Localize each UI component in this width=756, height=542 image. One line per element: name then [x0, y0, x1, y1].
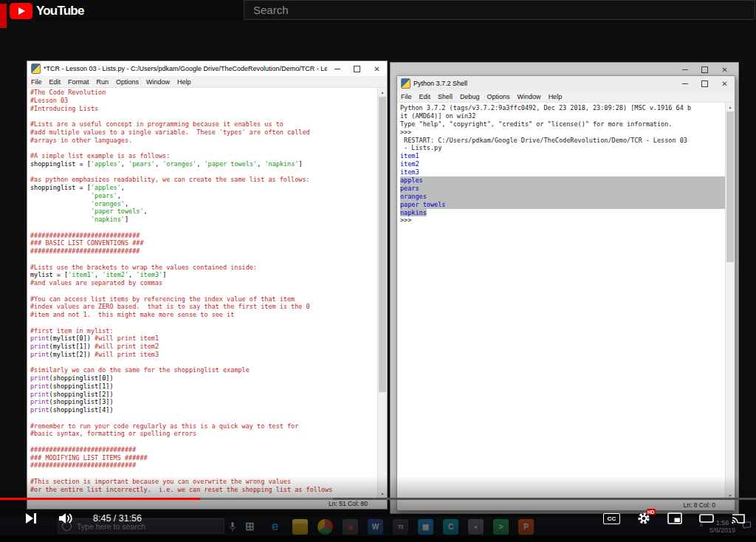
editor-code: #The Code Revolution#Lesson 03#Introduci…	[30, 89, 377, 493]
background-window-controls: ✕	[675, 64, 735, 75]
menu-item-options[interactable]: Options	[112, 78, 142, 86]
volume-button[interactable]	[58, 512, 74, 525]
scroll-up-icon[interactable]: ▲	[726, 103, 735, 111]
code-line: #index values are ZERO based. that is to…	[30, 303, 377, 311]
menu-item-options[interactable]: Options	[484, 93, 514, 100]
menu-item-run[interactable]: Run	[93, 78, 113, 86]
shell-line: paper towels	[400, 201, 725, 209]
menu-item-window[interactable]: Window	[142, 78, 173, 86]
captions-button[interactable]: CC	[603, 513, 620, 524]
menu-item-window[interactable]: Window	[514, 93, 545, 100]
shell-scrollbar[interactable]: ▲ ▼	[725, 103, 735, 499]
shell-line: - Lists.py	[400, 144, 725, 152]
menu-item-edit[interactable]: Edit	[416, 93, 435, 100]
code-line: #remember to run your code regularly as …	[30, 422, 377, 430]
settings-button[interactable]: HD	[637, 512, 650, 525]
minimize-button[interactable]	[675, 64, 695, 75]
code-line: print(shoppinglist[4])	[30, 406, 377, 414]
shell-output-lines: Python 3.7.2 (tags/v3.7.2:9a3ffc0492, De…	[400, 104, 725, 224]
code-line	[30, 112, 377, 120]
shell-line: Python 3.7.2 (tags/v3.7.2:9a3ffc0492, De…	[400, 104, 725, 112]
screenshot-root: YouTube Search ✕ *TCR - Lesson 03 - List…	[0, 0, 756, 542]
editor-text-area[interactable]: #The Code Revolution#Lesson 03#Introduci…	[27, 88, 387, 498]
code-line: #first item in mylist:	[30, 327, 377, 335]
idle-editor-window: *TCR - Lesson 03 - Lists.py - C:/Users/p…	[27, 61, 388, 510]
maximize-button[interactable]	[695, 64, 715, 75]
scroll-up-icon[interactable]: ▲	[378, 88, 387, 96]
minimize-button[interactable]	[675, 76, 695, 91]
shell-line: oranges	[400, 193, 725, 201]
progress-bar[interactable]	[0, 498, 756, 500]
menu-item-shell[interactable]: Shell	[434, 93, 456, 100]
shell-line: item1	[400, 152, 725, 160]
menu-item-file[interactable]: File	[27, 78, 46, 86]
video-player[interactable]: ✕ *TCR - Lesson 03 - Lists.py - C:/Users…	[0, 22, 756, 536]
menu-item-file[interactable]: File	[397, 93, 416, 100]
shell-line: item3	[400, 168, 725, 176]
shell-output[interactable]: Python 3.7.2 (tags/v3.7.2:9a3ffc0492, De…	[397, 103, 735, 499]
code-line: 'paper towels',	[30, 207, 377, 216]
youtube-header: YouTube Search	[0, 0, 756, 22]
miniplayer-button[interactable]	[667, 512, 682, 524]
youtube-logo[interactable]: YouTube	[10, 2, 84, 20]
code-line: #This section is important because you c…	[30, 478, 377, 486]
search-input[interactable]: Search	[244, 0, 755, 20]
menu-item-debug[interactable]: Debug	[456, 93, 484, 100]
close-button[interactable]: ✕	[715, 64, 735, 75]
next-button[interactable]	[24, 512, 38, 525]
maximize-button[interactable]	[347, 61, 367, 76]
red-accent-strip	[0, 4, 7, 28]
editor-scrollbar[interactable]: ▲ ▼	[377, 88, 387, 498]
shell-line: item2	[400, 160, 725, 168]
player-right-controls: CC HD	[603, 512, 746, 525]
code-line: print(shoppinglist[3])	[30, 398, 377, 406]
code-line	[30, 359, 377, 367]
code-line: #as python emphasizes readability, we ca…	[30, 176, 377, 184]
menu-item-help[interactable]: Help	[545, 93, 566, 100]
code-line: #item and not 1. this might make more se…	[30, 311, 377, 319]
code-line	[30, 144, 377, 152]
player-controls: 8:45 / 31:56 CC HD	[0, 507, 756, 530]
minimize-button[interactable]	[327, 61, 347, 76]
shell-line: >>>	[400, 216, 725, 224]
shell-line: >>>	[400, 128, 725, 137]
menu-item-help[interactable]: Help	[173, 78, 195, 86]
shell-titlebar[interactable]: Python 3.7.2 Shell ✕	[397, 76, 735, 91]
theater-mode-button[interactable]	[699, 512, 714, 524]
code-line	[30, 414, 377, 422]
menu-item-edit[interactable]: Edit	[46, 78, 65, 86]
code-line	[30, 287, 377, 295]
code-line: ############################	[30, 446, 377, 454]
close-button[interactable]: ✕	[367, 61, 387, 76]
scroll-down-icon[interactable]: ▼	[378, 490, 387, 498]
code-line: #similarly we can do the same for the sh…	[30, 366, 377, 374]
code-line	[30, 319, 377, 327]
maximize-icon	[701, 80, 708, 87]
shell-window-title: Python 3.7.2 Shell	[413, 80, 675, 87]
editor-titlebar[interactable]: *TCR - Lesson 03 - Lists.py - C:/Users/p…	[27, 61, 387, 76]
shell-line: apples	[400, 176, 725, 185]
shell-window-controls: ✕	[675, 76, 735, 91]
code-line: #You can access list items by referencin…	[30, 295, 377, 303]
code-line: print(mylist[1]) #will print item2	[30, 343, 377, 351]
maximize-icon	[701, 66, 708, 73]
code-line: print(shoppinglist[0])	[30, 374, 377, 383]
menu-item-format[interactable]: Format	[64, 78, 93, 86]
cast-button[interactable]	[731, 512, 746, 524]
shell-line: it (AMD64)] on win32	[400, 112, 725, 120]
shell-line: Type "help", "copyright", "credits" or "…	[400, 120, 725, 128]
scrollbar-thumb[interactable]	[379, 97, 386, 392]
code-line	[30, 255, 377, 264]
maximize-button[interactable]	[695, 76, 715, 91]
shell-line: pears	[400, 185, 725, 193]
code-line: ### MODIFYING LIST ITEMS ######	[30, 454, 377, 462]
code-line: #Lists are a useful concept in programmi…	[30, 120, 377, 128]
code-line: #Lesson 03	[30, 97, 377, 105]
code-line	[30, 224, 377, 232]
python-file-icon	[401, 78, 410, 89]
code-line: ### BASIC LIST CONVENTIONS ###	[30, 239, 377, 247]
shell-line: RESTART: C:/Users/pdkam/Google Drive/The…	[400, 137, 725, 145]
scrollbar-thumb[interactable]	[726, 112, 734, 262]
close-button[interactable]: ✕	[715, 76, 735, 91]
shell-line: napkins	[400, 209, 725, 217]
